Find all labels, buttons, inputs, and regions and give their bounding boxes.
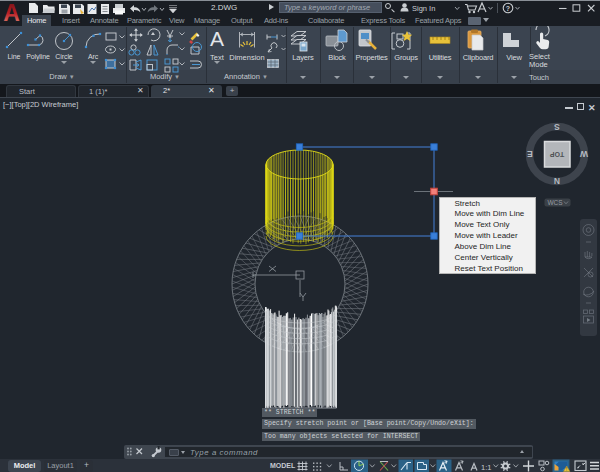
svg-text:1:1: 1:1 bbox=[481, 463, 491, 472]
svg-text:!: ! bbox=[566, 467, 567, 472]
